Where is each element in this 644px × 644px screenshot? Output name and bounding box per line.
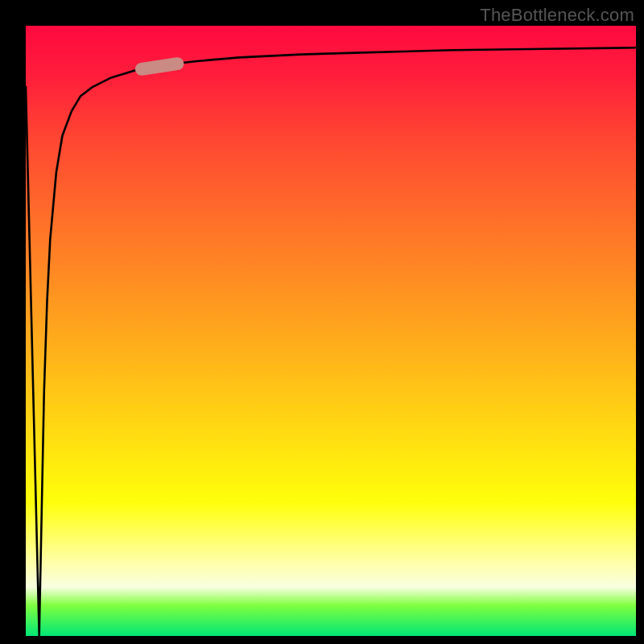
curve-line: [26, 47, 636, 636]
plot-area: [26, 26, 636, 636]
watermark-text: TheBottleneck.com: [480, 5, 634, 26]
highlight-segment: [134, 56, 185, 76]
chart-container: TheBottleneck.com: [0, 0, 644, 644]
curve-svg: [26, 26, 636, 636]
